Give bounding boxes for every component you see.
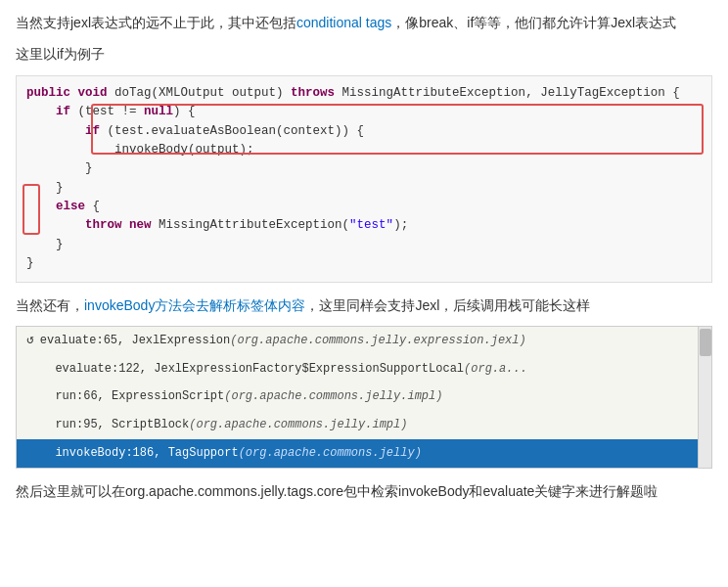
stack-method-3: run:66, ExpressionScript [55, 387, 224, 406]
stack-row-2[interactable]: evaluate:122, JexlExpressionFactory$Expr… [17, 355, 711, 384]
code-line-2: if (test != null) { [26, 103, 702, 121]
code-line-4: invokeBody(output); [26, 141, 702, 159]
code-line-10: } [26, 254, 702, 273]
if-example-label: 这里以if为例子 [16, 43, 712, 65]
code-line-7: else { [26, 198, 702, 216]
middle-text-1b: ，这里同样会支持Jexl，后续调用栈可能长这样 [305, 297, 590, 313]
bottom-text-content: 然后这里就可以在org.apache.commons.jelly.tags.co… [16, 483, 658, 499]
middle-text-1: 当然还有， [16, 297, 84, 313]
stack-class-4: (org.apache.commons.jelly.impl) [189, 416, 407, 434]
stack-method-5: invokeBody:186, TagSupport [55, 444, 238, 463]
code-line-6: } [26, 179, 702, 198]
stack-method-4: run:95, ScriptBlock [55, 416, 189, 434]
intro-text-1b: ，像break、if等等，他们都允许计算Jexl表达式 [391, 15, 676, 30]
conditional-tags-link[interactable]: conditional tags [296, 15, 391, 30]
stack-row-1[interactable]: ↺ evaluate:65, JexlExpression (org.apach… [17, 327, 711, 355]
stack-arrow-3 [26, 387, 49, 408]
stack-arrow-5 [26, 443, 49, 464]
stack-class-3: (org.apache.commons.jelly.impl) [224, 387, 442, 406]
intro-paragraph: 当然支持jexl表达式的远不止于此，其中还包括conditional tags，… [16, 12, 712, 33]
stack-class-1: (org.apache.commons.jelly.expression.jex… [230, 332, 525, 350]
bottom-paragraph: 然后这里就可以在org.apache.commons.jelly.tags.co… [16, 480, 712, 502]
stack-class-2: (org.a... [464, 360, 527, 379]
stack-row-3[interactable]: run:66, ExpressionScript (org.apache.com… [17, 384, 711, 412]
stack-arrow-4 [26, 415, 49, 435]
stack-method-1: evaluate:65, JexlExpression [40, 332, 230, 350]
stack-arrow-icon: ↺ [26, 331, 34, 351]
middle-paragraph: 当然还有，invokeBody方法会去解析标签体内容，这里同样会支持Jexl，后… [16, 294, 712, 316]
stack-method-2: evaluate:122, JexlExpressionFactory$Expr… [55, 360, 464, 379]
code-line-9: } [26, 236, 702, 254]
intro-text-1: 当然支持jexl表达式的远不止于此，其中还包括 [16, 15, 296, 30]
stack-row-4[interactable]: run:95, ScriptBlock (org.apache.commons.… [17, 411, 711, 439]
code-line-1: public void doTag(XMLOutput output) thro… [26, 84, 702, 103]
stack-arrow-2 [26, 359, 49, 380]
stack-trace-container: ↺ evaluate:65, JexlExpression (org.apach… [16, 326, 712, 469]
code-line-5: } [26, 159, 702, 178]
stack-class-5: (org.apache.commons.jelly) [239, 444, 422, 463]
stack-scrollbar-thumb[interactable] [700, 329, 711, 356]
stack-scrollbar[interactable] [698, 327, 711, 468]
code-line-8: throw new MissingAttributeException("tes… [26, 216, 702, 235]
code-line-3: if (test.evaluateAsBoolean(context)) { [26, 122, 702, 141]
invoke-body-link[interactable]: invokeBody方法会去解析标签体内容 [84, 297, 305, 313]
stack-row-5[interactable]: invokeBody:186, TagSupport (org.apache.c… [17, 439, 711, 468]
code-block: public void doTag(XMLOutput output) thro… [16, 75, 712, 283]
